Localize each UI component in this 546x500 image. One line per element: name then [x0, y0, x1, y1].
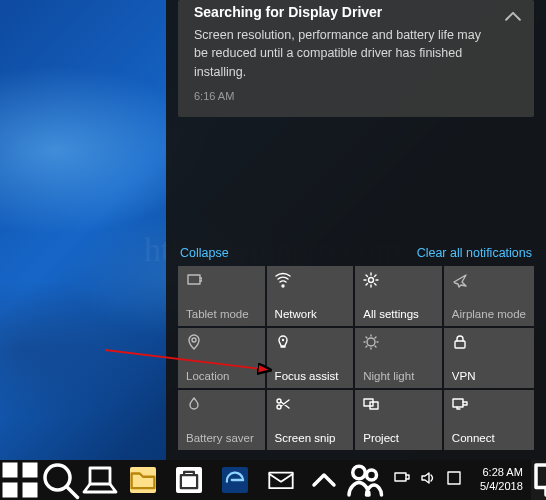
quick-tile-screen-snip[interactable]: Screen snip — [267, 390, 354, 450]
quick-action-tiles: Tablet modeNetworkAll settingsAirplane m… — [166, 266, 546, 460]
clock-time: 6:28 AM — [482, 466, 522, 480]
taskbar: 6:28 AM 5/4/2018 — [0, 460, 546, 500]
notification-time: 6:16 AM — [194, 89, 494, 105]
quick-tile-label: Airplane mode — [452, 308, 526, 320]
notification-title: Searching for Display Driver — [194, 0, 494, 22]
action-center-controls: Collapse Clear all notifications — [166, 238, 546, 266]
svg-point-20 — [367, 470, 377, 480]
svg-rect-14 — [3, 483, 18, 498]
mail-app[interactable] — [258, 460, 304, 500]
action-center-panel: Searching for Display Driver Screen reso… — [166, 0, 546, 460]
quick-tile-label: Connect — [452, 432, 526, 444]
svg-point-3 — [282, 340, 283, 341]
quick-tile-label: Night light — [363, 370, 434, 382]
svg-rect-12 — [3, 463, 18, 478]
volume-tray-icon[interactable] — [420, 470, 436, 490]
task-view-button[interactable] — [80, 460, 120, 500]
ime-tray-icon[interactable] — [446, 470, 462, 490]
quick-tile-label: Focus assist — [275, 370, 346, 382]
svg-point-2 — [192, 338, 196, 342]
quick-tile-network[interactable]: Network — [267, 266, 354, 326]
vpn-icon — [452, 334, 526, 350]
screen-snip-icon — [275, 396, 346, 412]
network-icon — [275, 272, 346, 288]
svg-point-6 — [277, 405, 281, 409]
svg-rect-23 — [536, 465, 546, 488]
connect-icon — [452, 396, 526, 412]
focus-assist-icon — [275, 334, 346, 350]
quick-tile-label: Tablet mode — [186, 308, 257, 320]
svg-point-16 — [45, 465, 70, 490]
svg-point-7 — [277, 399, 281, 403]
clear-notifications-link[interactable]: Clear all notifications — [417, 246, 532, 260]
settings-icon — [363, 272, 434, 288]
quick-tile-label: Battery saver — [186, 432, 257, 444]
night-light-icon — [363, 334, 434, 350]
battery-saver-icon — [186, 396, 257, 412]
svg-point-19 — [353, 466, 366, 479]
quick-tile-label: All settings — [363, 308, 434, 320]
quick-tile-vpn[interactable]: VPN — [444, 328, 534, 388]
quick-tile-tablet-mode[interactable]: Tablet mode — [178, 266, 265, 326]
svg-point-1 — [369, 278, 374, 283]
tablet-mode-icon — [186, 272, 257, 288]
quick-tile-label: VPN — [452, 370, 526, 382]
start-button[interactable] — [0, 460, 40, 500]
location-icon — [186, 334, 257, 350]
svg-rect-5 — [455, 341, 465, 348]
quick-tile-project[interactable]: Project — [355, 390, 442, 450]
quick-tile-airplane-mode[interactable]: Airplane mode — [444, 266, 534, 326]
notification-body: Screen resolution, performance and batte… — [194, 26, 494, 80]
tray-overflow-button[interactable] — [304, 460, 344, 500]
taskbar-clock[interactable]: 6:28 AM 5/4/2018 — [472, 460, 531, 500]
collapse-link[interactable]: Collapse — [180, 246, 229, 260]
quick-tile-label: Location — [186, 370, 257, 382]
clock-date: 5/4/2018 — [480, 480, 523, 494]
svg-rect-0 — [188, 275, 200, 284]
svg-rect-17 — [90, 468, 110, 484]
quick-tile-label: Screen snip — [275, 432, 346, 444]
svg-rect-15 — [23, 483, 38, 498]
network-tray-icon[interactable] — [394, 470, 410, 490]
notification-card[interactable]: Searching for Display Driver Screen reso… — [178, 0, 534, 117]
notification-center-button[interactable] — [531, 460, 546, 500]
people-button[interactable] — [344, 460, 384, 500]
quick-tile-connect[interactable]: Connect — [444, 390, 534, 450]
search-button[interactable] — [40, 460, 80, 500]
svg-rect-18 — [269, 472, 292, 488]
quick-tile-battery-saver[interactable]: Battery saver — [178, 390, 265, 450]
svg-rect-21 — [395, 473, 406, 481]
edge-app[interactable] — [212, 460, 258, 500]
svg-point-4 — [367, 338, 375, 346]
quick-tile-label: Project — [363, 432, 434, 444]
chevron-up-icon[interactable] — [502, 6, 524, 28]
system-tray — [384, 460, 472, 500]
quick-tile-focus-assist[interactable]: Focus assist — [267, 328, 354, 388]
project-icon — [363, 396, 434, 412]
airplane-icon — [452, 272, 526, 288]
svg-rect-22 — [448, 472, 460, 484]
quick-tile-night-light[interactable]: Night light — [355, 328, 442, 388]
file-explorer-app[interactable] — [120, 460, 166, 500]
svg-rect-13 — [23, 463, 38, 478]
quick-tile-label: Network — [275, 308, 346, 320]
store-app[interactable] — [166, 460, 212, 500]
quick-tile-location[interactable]: Location — [178, 328, 265, 388]
svg-rect-10 — [453, 399, 463, 407]
quick-tile-all-settings[interactable]: All settings — [355, 266, 442, 326]
